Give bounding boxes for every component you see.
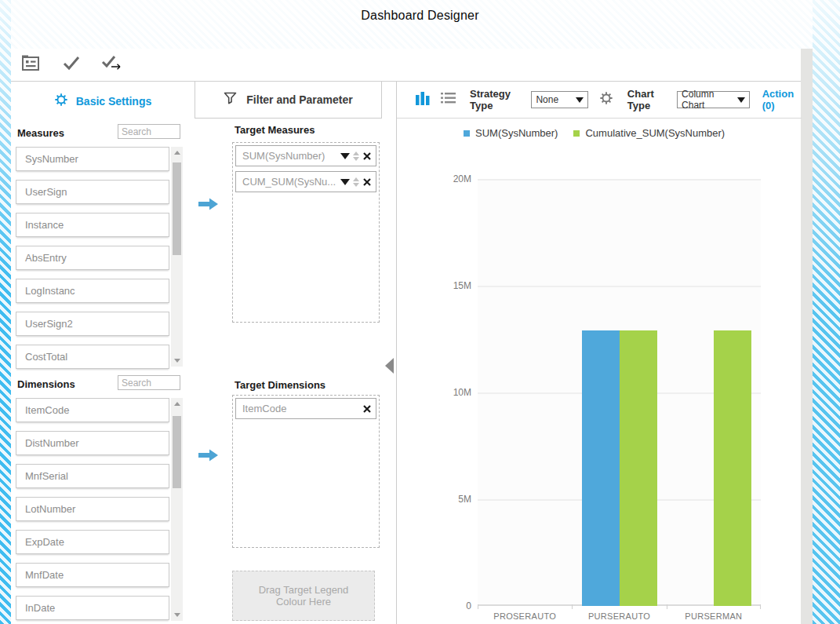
scroll-track[interactable] — [171, 410, 183, 613]
dimension-item[interactable]: InDate — [16, 596, 169, 620]
y-tick-label: 20M — [453, 173, 471, 184]
list-view-icon[interactable] — [441, 92, 456, 108]
measure-item[interactable]: UserSign — [16, 180, 169, 204]
target-dimensions-dropzone[interactable]: ItemCode — [232, 395, 380, 548]
main-content: Basic Settings Measures SysNumber UserSi… — [11, 49, 801, 624]
assign-measures-arrow-icon — [198, 196, 219, 215]
target-measure-row[interactable]: CUM_SUM(SysNu... — [235, 171, 376, 192]
remove-icon[interactable] — [363, 178, 371, 186]
measures-scrollbar[interactable] — [171, 147, 183, 367]
measure-item[interactable]: UserSign2 — [16, 312, 169, 336]
target-dimension-row[interactable]: ItemCode — [235, 398, 376, 419]
action-link[interactable]: Action (0) — [762, 88, 802, 111]
x-category-label: PROSERAUTO — [478, 611, 572, 621]
scroll-up-icon[interactable] — [174, 402, 180, 406]
validate-button[interactable] — [60, 53, 83, 77]
scroll-down-icon[interactable] — [174, 613, 180, 617]
scroll-up-icon[interactable] — [174, 151, 180, 155]
filter-parameter-header[interactable]: Filter and Parameter — [195, 82, 382, 119]
basic-settings-header[interactable]: Basic Settings — [11, 82, 195, 120]
y-tick-label: 5M — [458, 494, 471, 505]
column-chart-view-icon[interactable] — [416, 90, 430, 109]
dimension-item[interactable]: ExpDate — [16, 530, 169, 554]
scroll-down-icon[interactable] — [174, 359, 180, 363]
measure-item[interactable]: CostTotal — [16, 345, 169, 369]
target-measure-row[interactable]: SUM(SysNumber) — [235, 145, 376, 166]
chart-type-label: Chart Type — [627, 88, 671, 111]
chevron-down-icon[interactable] — [340, 153, 350, 159]
scroll-thumb[interactable] — [173, 162, 181, 255]
strategy-type-select[interactable]: None — [531, 91, 587, 108]
data-source-icon — [20, 54, 41, 76]
chart-type-value: Column Chart — [682, 89, 731, 111]
measure-item[interactable]: LogInstanc — [16, 279, 169, 303]
measures-label: Measures — [17, 127, 64, 139]
apply-check-arrow-icon — [100, 54, 124, 76]
legend-label: SUM(SysNumber) — [475, 127, 558, 139]
target-measure-name: SUM(SysNumber) — [236, 150, 337, 162]
assign-dimensions-arrow-icon — [198, 447, 219, 466]
measures-search-input[interactable] — [118, 124, 180, 139]
dimensions-label: Dimensions — [17, 378, 75, 390]
collapse-panel-icon[interactable] — [385, 358, 394, 374]
target-dimensions-label: Target Dimensions — [235, 379, 325, 391]
legend-colour-dropzone[interactable]: Drag Target Legend Colour Here — [232, 571, 375, 621]
measures-row: Measures — [17, 126, 182, 140]
measure-item[interactable]: SysNumber — [16, 147, 169, 171]
validate-check-icon — [62, 55, 81, 75]
y-tick-label: 0 — [466, 600, 471, 611]
basic-settings-label: Basic Settings — [76, 95, 151, 108]
x-axis-tick — [760, 604, 761, 609]
legend-swatch-green — [573, 130, 580, 137]
dimensions-row: Dimensions — [17, 377, 182, 391]
target-measure-name: CUM_SUM(SysNu... — [236, 176, 337, 188]
right-edge-stripes — [813, 0, 840, 624]
chart-type-select[interactable]: Column Chart — [677, 91, 750, 108]
legend-item: SUM(SysNumber) — [464, 127, 558, 139]
funnel-icon — [224, 92, 237, 108]
target-measures-dropzone[interactable]: SUM(SysNumber) CUM_SUM(SysNu... — [232, 142, 380, 323]
remove-icon[interactable] — [363, 405, 371, 413]
toolbar — [11, 49, 801, 82]
dimension-item[interactable]: MnfDate — [16, 563, 169, 587]
data-source-button[interactable] — [19, 53, 42, 77]
chevron-down-icon[interactable] — [340, 179, 350, 185]
dimension-item[interactable]: ItemCode — [16, 398, 169, 422]
remove-icon[interactable] — [363, 152, 371, 160]
reorder-handle-icon[interactable] — [353, 177, 359, 187]
right-scroll-gutter[interactable] — [801, 49, 813, 624]
titlebar: Dashboard Designer — [0, 9, 840, 23]
measure-item[interactable]: AbsEntry — [16, 246, 169, 270]
chevron-down-icon — [737, 97, 745, 103]
filter-parameter-label: Filter and Parameter — [246, 93, 352, 106]
page-title: Dashboard Designer — [361, 9, 478, 22]
reorder-handle-icon[interactable] — [353, 151, 359, 161]
bar-PURSERMAN — [714, 330, 751, 606]
chart-settings-gear-icon[interactable] — [599, 91, 613, 108]
bar-PURSERAUTO — [620, 330, 657, 606]
gridline — [478, 179, 761, 181]
dimensions-search-input[interactable] — [118, 375, 180, 390]
apply-button[interactable] — [100, 53, 124, 77]
target-dimension-name: ItemCode — [236, 403, 363, 414]
chart-legend: SUM(SysNumber) Cumulative_SUM(SysNumber) — [464, 127, 725, 139]
legend-colour-drop-text: Drag Target Legend Colour Here — [245, 584, 362, 608]
y-tick-label: 15M — [453, 280, 471, 291]
scroll-track[interactable] — [171, 159, 183, 359]
x-axis-tick — [667, 604, 667, 609]
dimensions-list: ItemCode DistNumber MnfSerial LotNumber … — [16, 398, 169, 624]
x-category-label: PURSERAUTO — [572, 611, 666, 621]
basic-settings-panel: Basic Settings Measures SysNumber UserSi… — [11, 82, 195, 624]
chart-panel: Strategy Type None Chart Type Column C — [396, 82, 802, 624]
left-edge-stripes — [0, 0, 11, 624]
dimension-item[interactable]: MnfSerial — [16, 464, 169, 488]
legend-label: Cumulative_SUM(SysNumber) — [585, 127, 725, 139]
measures-list: SysNumber UserSign Instance AbsEntry Log… — [16, 147, 169, 378]
plot-area — [478, 179, 761, 606]
dimensions-scrollbar[interactable] — [171, 398, 183, 621]
scroll-thumb[interactable] — [173, 416, 181, 488]
measure-item[interactable]: Instance — [16, 213, 169, 237]
dimension-item[interactable]: DistNumber — [16, 431, 169, 455]
dimension-item[interactable]: LotNumber — [16, 497, 169, 521]
chevron-down-icon — [576, 97, 584, 103]
